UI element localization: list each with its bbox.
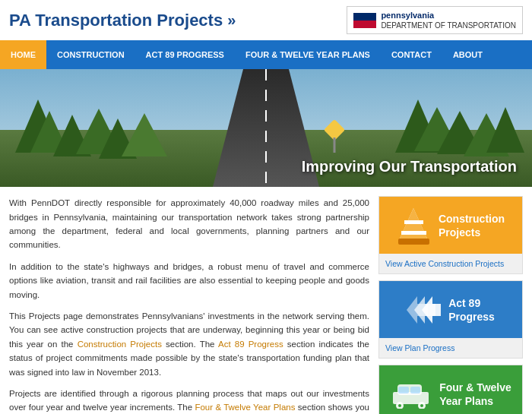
nav-item-home[interactable]: HOME (0, 40, 46, 69)
main-nav: HOME CONSTRUCTION ACT 89 PROGRESS FOUR &… (0, 40, 532, 69)
construction-card-header: ConstructionProjects (379, 197, 522, 254)
svg-point-30 (420, 404, 423, 407)
nav-item-contact[interactable]: CONTACT (381, 40, 442, 69)
svg-point-28 (398, 404, 401, 407)
act89-card-footer: View Plan Progress (379, 338, 522, 358)
cone-icon (397, 207, 431, 245)
svg-rect-32 (410, 387, 420, 393)
arrows-icon (407, 295, 441, 325)
svg-rect-31 (398, 387, 409, 393)
four-twelve-link[interactable]: Four & Twelve Year Plans (195, 403, 295, 412)
flag-icon (353, 13, 376, 28)
construction-card-footer: View Active Construction Projects (379, 254, 522, 273)
sidebar-cards: ConstructionProjects View Active Constru… (378, 196, 523, 414)
construction-card: ConstructionProjects View Active Constru… (378, 196, 523, 274)
paragraph-2: In addition to the state's highways and … (9, 260, 369, 302)
paragraph-1: With PennDOT directly responsible for ap… (9, 196, 369, 252)
nav-item-construction[interactable]: CONSTRUCTION (46, 40, 135, 69)
svg-rect-17 (398, 239, 429, 245)
four-twelve-card-header: Four & TwelveYear Plans (379, 365, 522, 414)
site-title: PA Transportation Projects » (9, 11, 236, 30)
paragraph-4: Projects are identified through a rigoro… (9, 387, 369, 414)
main-content: With PennDOT directly responsible for ap… (0, 187, 532, 414)
car-icon (390, 380, 432, 409)
act89-card: Act 89Progress View Plan Progress (378, 280, 523, 359)
hero-banner: Improving Our Transportation (0, 69, 532, 187)
construction-link[interactable]: Construction Projects (78, 340, 162, 349)
title-arrows: » (227, 11, 236, 29)
nav-item-act89[interactable]: ACT 89 PROGRESS (135, 40, 235, 69)
logo-text: pennsylvania DEPARTMENT OF TRANSPORTATIO… (381, 10, 516, 30)
construction-card-title: ConstructionProjects (439, 212, 505, 239)
act89-card-link[interactable]: View Plan Progress (385, 343, 454, 352)
content-body: With PennDOT directly responsible for ap… (9, 196, 369, 414)
construction-card-link[interactable]: View Active Construction Projects (385, 259, 504, 268)
act89-card-title: Act 89Progress (448, 296, 495, 324)
four-twelve-card-title: Four & TwelveYear Plans (439, 381, 511, 408)
paragraph-3: This Projects page demonstrates Pennsylv… (9, 309, 369, 379)
four-twelve-card: Four & TwelveYear Plans View 2015-18 & T… (378, 365, 523, 414)
title-text: PA Transportation Projects (9, 11, 223, 30)
nav-item-four-twelve[interactable]: FOUR & TWELVE YEAR PLANS (235, 40, 381, 69)
svg-rect-21 (401, 231, 426, 235)
penndot-logo: pennsylvania DEPARTMENT OF TRANSPORTATIO… (347, 6, 523, 34)
nav-item-about[interactable]: ABOUT (442, 40, 493, 69)
act89-card-header: Act 89Progress (379, 281, 522, 338)
hero-text: Improving Our Transportation (302, 158, 517, 175)
site-header: PA Transportation Projects » pennsylvani… (0, 0, 532, 40)
act89-link[interactable]: Act 89 Progress (218, 340, 283, 349)
svg-rect-20 (404, 220, 423, 224)
